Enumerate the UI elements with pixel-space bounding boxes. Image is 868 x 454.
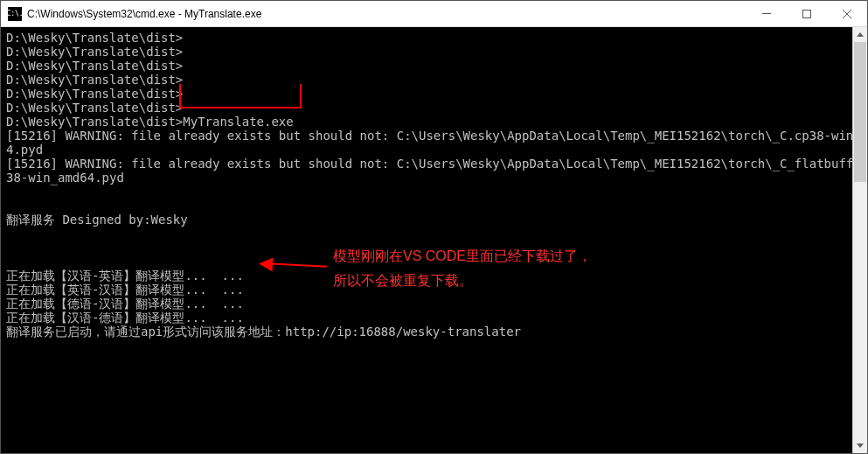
- maximize-button[interactable]: [787, 1, 827, 26]
- terminal-line: D:\Wesky\Translate\dist>: [6, 45, 183, 59]
- terminal-line: [15216] WARNING: file already exists but…: [6, 129, 867, 143]
- cmd-window: C:\. C:\Windows\System32\cmd.exe - MyTra…: [0, 0, 868, 454]
- annotation-text: 模型刚刚在VS CODE里面已经下载过了， 所以不会被重复下载。: [333, 244, 592, 293]
- terminal-line: D:\Wesky\Translate\dist>: [6, 73, 183, 87]
- terminal-output[interactable]: D:\Wesky\Translate\dist> D:\Wesky\Transl…: [1, 27, 867, 453]
- terminal-line: 翻译服务已启动，请通过api形式访问该服务地址：http://ip:16888/…: [6, 325, 521, 339]
- cmd-icon: C:\.: [8, 7, 22, 21]
- terminal-line: D:\Wesky\Translate\dist>: [6, 59, 183, 73]
- terminal-line: 38-win_amd64.pyd: [6, 171, 124, 185]
- annotation-line2: 所以不会被重复下载。: [333, 269, 592, 293]
- maximize-icon: [802, 10, 811, 18]
- annotation-arrow: [259, 257, 329, 275]
- close-button[interactable]: [827, 1, 867, 26]
- terminal-line: D:\Wesky\Translate\dist>: [6, 87, 183, 101]
- command-highlight-box: [179, 84, 302, 108]
- terminal-line: D:\Wesky\Translate\dist>: [6, 31, 183, 45]
- chevron-up-icon: [857, 32, 864, 37]
- terminal-line: 正在加载【汉语-英语】翻译模型... ...: [6, 269, 244, 283]
- close-icon: [843, 10, 851, 18]
- arrow-line: [267, 262, 327, 268]
- scroll-up-button[interactable]: [853, 27, 867, 42]
- terminal-line: 4.pyd: [6, 143, 43, 157]
- minimize-button[interactable]: [746, 1, 787, 26]
- scroll-down-button[interactable]: [853, 438, 867, 453]
- titlebar[interactable]: C:\. C:\Windows\System32\cmd.exe - MyTra…: [1, 1, 867, 27]
- terminal-line: 正在加载【德语-汉语】翻译模型... ...: [6, 297, 244, 311]
- terminal-line: D:\Wesky\Translate\dist>MyTranslate.exe: [6, 115, 294, 129]
- vertical-scrollbar[interactable]: [852, 27, 867, 453]
- terminal-line: [15216] WARNING: file already exists but…: [6, 157, 867, 171]
- window-title: C:\Windows\System32\cmd.exe - MyTranslat…: [27, 8, 746, 20]
- terminal-line: 正在加载【汉语-德语】翻译模型... ...: [6, 311, 244, 325]
- terminal-line: D:\Wesky\Translate\dist>: [6, 101, 183, 115]
- annotation-line1: 模型刚刚在VS CODE里面已经下载过了，: [333, 244, 592, 269]
- terminal-line: 翻译服务 Designed by:Wesky: [6, 213, 188, 227]
- scroll-thumb[interactable]: [854, 42, 866, 182]
- chevron-down-icon: [857, 444, 864, 448]
- terminal-line: 正在加载【英语-汉语】翻译模型... ...: [6, 283, 244, 297]
- minimize-icon: [762, 13, 771, 14]
- cmd-icon-text: C:\.: [6, 10, 23, 17]
- window-controls: [746, 1, 867, 26]
